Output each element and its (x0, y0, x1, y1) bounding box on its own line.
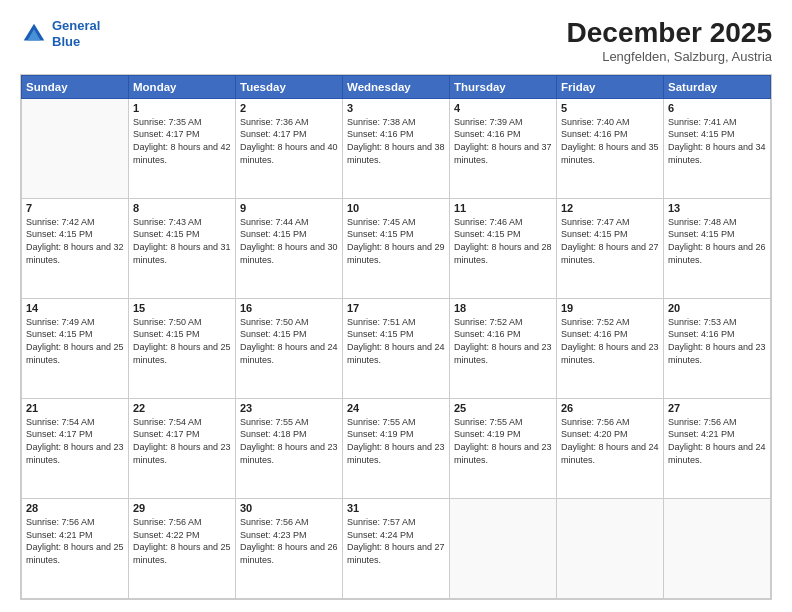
day-number: 2 (240, 102, 338, 114)
day-info: Sunrise: 7:44 AM Sunset: 4:15 PM Dayligh… (240, 216, 338, 266)
day-info: Sunrise: 7:50 AM Sunset: 4:15 PM Dayligh… (240, 316, 338, 366)
day-info: Sunrise: 7:50 AM Sunset: 4:15 PM Dayligh… (133, 316, 231, 366)
logo: General Blue (20, 18, 100, 49)
col-header-tuesday: Tuesday (236, 75, 343, 98)
calendar-cell: 10Sunrise: 7:45 AM Sunset: 4:15 PM Dayli… (343, 198, 450, 298)
calendar-cell: 14Sunrise: 7:49 AM Sunset: 4:15 PM Dayli… (22, 298, 129, 398)
calendar-cell: 30Sunrise: 7:56 AM Sunset: 4:23 PM Dayli… (236, 498, 343, 598)
calendar-cell: 9Sunrise: 7:44 AM Sunset: 4:15 PM Daylig… (236, 198, 343, 298)
day-info: Sunrise: 7:56 AM Sunset: 4:22 PM Dayligh… (133, 516, 231, 566)
col-header-wednesday: Wednesday (343, 75, 450, 98)
calendar-cell: 29Sunrise: 7:56 AM Sunset: 4:22 PM Dayli… (129, 498, 236, 598)
calendar-week-2: 7Sunrise: 7:42 AM Sunset: 4:15 PM Daylig… (22, 198, 771, 298)
calendar-cell: 3Sunrise: 7:38 AM Sunset: 4:16 PM Daylig… (343, 98, 450, 198)
day-info: Sunrise: 7:56 AM Sunset: 4:20 PM Dayligh… (561, 416, 659, 466)
day-info: Sunrise: 7:36 AM Sunset: 4:17 PM Dayligh… (240, 116, 338, 166)
calendar-cell: 16Sunrise: 7:50 AM Sunset: 4:15 PM Dayli… (236, 298, 343, 398)
calendar-header: SundayMondayTuesdayWednesdayThursdayFrid… (22, 75, 771, 98)
calendar-cell: 8Sunrise: 7:43 AM Sunset: 4:15 PM Daylig… (129, 198, 236, 298)
calendar-cell (664, 498, 771, 598)
day-number: 23 (240, 402, 338, 414)
day-number: 22 (133, 402, 231, 414)
day-number: 27 (668, 402, 766, 414)
day-info: Sunrise: 7:57 AM Sunset: 4:24 PM Dayligh… (347, 516, 445, 566)
calendar-table: SundayMondayTuesdayWednesdayThursdayFrid… (21, 75, 771, 599)
day-number: 6 (668, 102, 766, 114)
calendar-cell: 5Sunrise: 7:40 AM Sunset: 4:16 PM Daylig… (557, 98, 664, 198)
calendar-week-4: 21Sunrise: 7:54 AM Sunset: 4:17 PM Dayli… (22, 398, 771, 498)
logo-line1: General (52, 18, 100, 33)
calendar-cell: 4Sunrise: 7:39 AM Sunset: 4:16 PM Daylig… (450, 98, 557, 198)
day-info: Sunrise: 7:43 AM Sunset: 4:15 PM Dayligh… (133, 216, 231, 266)
calendar-cell: 18Sunrise: 7:52 AM Sunset: 4:16 PM Dayli… (450, 298, 557, 398)
day-number: 9 (240, 202, 338, 214)
day-number: 28 (26, 502, 124, 514)
day-info: Sunrise: 7:54 AM Sunset: 4:17 PM Dayligh… (26, 416, 124, 466)
col-header-monday: Monday (129, 75, 236, 98)
day-number: 21 (26, 402, 124, 414)
header: General Blue December 2025 Lengfelden, S… (20, 18, 772, 64)
day-number: 1 (133, 102, 231, 114)
day-number: 24 (347, 402, 445, 414)
calendar-cell: 11Sunrise: 7:46 AM Sunset: 4:15 PM Dayli… (450, 198, 557, 298)
day-number: 26 (561, 402, 659, 414)
logo-icon (20, 20, 48, 48)
calendar-cell (557, 498, 664, 598)
day-info: Sunrise: 7:55 AM Sunset: 4:19 PM Dayligh… (347, 416, 445, 466)
day-info: Sunrise: 7:51 AM Sunset: 4:15 PM Dayligh… (347, 316, 445, 366)
day-number: 7 (26, 202, 124, 214)
day-number: 11 (454, 202, 552, 214)
day-number: 14 (26, 302, 124, 314)
day-number: 31 (347, 502, 445, 514)
calendar-cell: 1Sunrise: 7:35 AM Sunset: 4:17 PM Daylig… (129, 98, 236, 198)
day-number: 3 (347, 102, 445, 114)
calendar-cell: 27Sunrise: 7:56 AM Sunset: 4:21 PM Dayli… (664, 398, 771, 498)
calendar-cell: 15Sunrise: 7:50 AM Sunset: 4:15 PM Dayli… (129, 298, 236, 398)
calendar-cell: 31Sunrise: 7:57 AM Sunset: 4:24 PM Dayli… (343, 498, 450, 598)
calendar-cell: 28Sunrise: 7:56 AM Sunset: 4:21 PM Dayli… (22, 498, 129, 598)
day-number: 13 (668, 202, 766, 214)
day-info: Sunrise: 7:38 AM Sunset: 4:16 PM Dayligh… (347, 116, 445, 166)
day-info: Sunrise: 7:49 AM Sunset: 4:15 PM Dayligh… (26, 316, 124, 366)
day-number: 10 (347, 202, 445, 214)
day-number: 15 (133, 302, 231, 314)
calendar-cell: 6Sunrise: 7:41 AM Sunset: 4:15 PM Daylig… (664, 98, 771, 198)
col-header-thursday: Thursday (450, 75, 557, 98)
calendar-cell: 24Sunrise: 7:55 AM Sunset: 4:19 PM Dayli… (343, 398, 450, 498)
day-info: Sunrise: 7:39 AM Sunset: 4:16 PM Dayligh… (454, 116, 552, 166)
day-number: 17 (347, 302, 445, 314)
calendar-week-5: 28Sunrise: 7:56 AM Sunset: 4:21 PM Dayli… (22, 498, 771, 598)
calendar-cell: 21Sunrise: 7:54 AM Sunset: 4:17 PM Dayli… (22, 398, 129, 498)
header-row: SundayMondayTuesdayWednesdayThursdayFrid… (22, 75, 771, 98)
day-info: Sunrise: 7:56 AM Sunset: 4:21 PM Dayligh… (26, 516, 124, 566)
day-number: 20 (668, 302, 766, 314)
day-info: Sunrise: 7:55 AM Sunset: 4:18 PM Dayligh… (240, 416, 338, 466)
day-info: Sunrise: 7:35 AM Sunset: 4:17 PM Dayligh… (133, 116, 231, 166)
col-header-sunday: Sunday (22, 75, 129, 98)
calendar-cell: 23Sunrise: 7:55 AM Sunset: 4:18 PM Dayli… (236, 398, 343, 498)
calendar-week-1: 1Sunrise: 7:35 AM Sunset: 4:17 PM Daylig… (22, 98, 771, 198)
logo-line2: Blue (52, 34, 80, 49)
col-header-friday: Friday (557, 75, 664, 98)
day-info: Sunrise: 7:41 AM Sunset: 4:15 PM Dayligh… (668, 116, 766, 166)
page-subtitle: Lengfelden, Salzburg, Austria (567, 49, 772, 64)
day-number: 29 (133, 502, 231, 514)
day-info: Sunrise: 7:56 AM Sunset: 4:21 PM Dayligh… (668, 416, 766, 466)
calendar-cell: 26Sunrise: 7:56 AM Sunset: 4:20 PM Dayli… (557, 398, 664, 498)
day-number: 18 (454, 302, 552, 314)
day-info: Sunrise: 7:46 AM Sunset: 4:15 PM Dayligh… (454, 216, 552, 266)
day-number: 30 (240, 502, 338, 514)
day-number: 8 (133, 202, 231, 214)
calendar-cell: 22Sunrise: 7:54 AM Sunset: 4:17 PM Dayli… (129, 398, 236, 498)
calendar-body: 1Sunrise: 7:35 AM Sunset: 4:17 PM Daylig… (22, 98, 771, 598)
col-header-saturday: Saturday (664, 75, 771, 98)
day-number: 25 (454, 402, 552, 414)
day-number: 16 (240, 302, 338, 314)
day-info: Sunrise: 7:45 AM Sunset: 4:15 PM Dayligh… (347, 216, 445, 266)
day-info: Sunrise: 7:48 AM Sunset: 4:15 PM Dayligh… (668, 216, 766, 266)
day-info: Sunrise: 7:54 AM Sunset: 4:17 PM Dayligh… (133, 416, 231, 466)
calendar-cell: 12Sunrise: 7:47 AM Sunset: 4:15 PM Dayli… (557, 198, 664, 298)
calendar-cell: 20Sunrise: 7:53 AM Sunset: 4:16 PM Dayli… (664, 298, 771, 398)
page-title: December 2025 (567, 18, 772, 49)
logo-text: General Blue (52, 18, 100, 49)
